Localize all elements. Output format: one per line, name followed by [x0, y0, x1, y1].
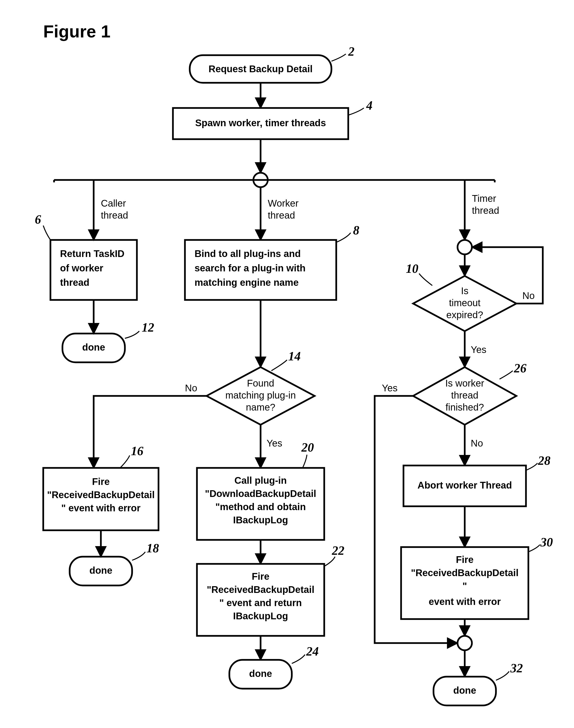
- node-16-line3: " event with error: [61, 503, 140, 513]
- node-20-line1: Call plug-in: [234, 475, 287, 486]
- node-12-text: done: [82, 342, 105, 353]
- node-32-text: done: [453, 685, 476, 696]
- node-30-line4: event with error: [429, 596, 501, 607]
- node-22-line4: IBackupLog: [233, 611, 288, 621]
- ref-4: 4: [366, 99, 372, 112]
- node-30-line1: Fire: [456, 554, 474, 565]
- ref-20: 20: [301, 441, 314, 454]
- ref-10: 10: [406, 262, 418, 275]
- node-28-text: Abort worker Thread: [417, 480, 512, 491]
- ref-26: 26: [514, 361, 527, 375]
- label-14-no: No: [185, 383, 197, 393]
- label-10-yes: Yes: [471, 344, 486, 355]
- label-timer-2: thread: [472, 205, 499, 216]
- node-10-line2: timeout: [449, 298, 480, 308]
- label-14-yes: Yes: [266, 438, 282, 449]
- node-30-line2: "ReceivedBackupDetail: [411, 567, 519, 578]
- node-4-text: Spawn worker, timer threads: [195, 118, 326, 128]
- node-14-line1: Found: [247, 378, 274, 389]
- ref-6: 6: [35, 213, 41, 226]
- node-22-line2: "ReceivedBackupDetail: [207, 584, 314, 595]
- node-26-line2: thread: [451, 390, 478, 401]
- ref-8: 8: [353, 223, 359, 237]
- ref-16: 16: [131, 444, 144, 458]
- node-2-text: Request Backup Detail: [208, 63, 313, 74]
- node-14-line3: name?: [246, 402, 275, 412]
- node-10-line3: expired?: [446, 310, 483, 320]
- ref-28: 28: [538, 454, 550, 467]
- node-26-line1: Is worker: [445, 378, 484, 389]
- node-20-line3: "method and obtain: [215, 501, 306, 512]
- label-worker-2: thread: [268, 210, 295, 221]
- label-caller-1: Caller: [101, 198, 126, 209]
- node-30-line3: ": [462, 581, 467, 591]
- node-8-line2: search for a plug-in with: [195, 263, 305, 273]
- node-20-line4: IBackupLog: [233, 515, 288, 525]
- node-10-line1: Is: [461, 285, 468, 296]
- node-24-text: done: [249, 668, 272, 679]
- label-10-no: No: [522, 290, 535, 301]
- node-20-line2: "DownloadBackupDetail: [205, 488, 316, 499]
- junction-bottom: [457, 636, 472, 650]
- node-6-line2: of worker: [60, 263, 103, 273]
- ref-24: 24: [306, 644, 319, 658]
- node-26-line3: finished?: [446, 402, 484, 412]
- ref-2: 2: [348, 45, 355, 58]
- node-16-line2: "ReceivedBackupDetail: [47, 490, 155, 500]
- node-6-line1: Return TaskID: [60, 248, 124, 259]
- junction-timer: [457, 240, 472, 254]
- ref-22: 22: [332, 544, 344, 557]
- ref-14: 14: [288, 349, 301, 363]
- ref-12: 12: [142, 321, 154, 334]
- flowchart-svg: Return TaskID of worker thread 6 done 12…: [0, 0, 574, 728]
- label-26-yes: Yes: [382, 383, 398, 393]
- ref-30: 30: [540, 535, 553, 549]
- label-caller-2: thread: [101, 210, 128, 221]
- ref-32: 32: [510, 661, 523, 675]
- node-6-line3: thread: [60, 277, 89, 288]
- ref-18: 18: [147, 541, 159, 555]
- label-timer-1: Timer: [472, 193, 496, 204]
- node-18-text: done: [89, 565, 112, 576]
- node-8-line1: Bind to all plug-ins and: [195, 248, 301, 259]
- node-22-line1: Fire: [252, 571, 269, 582]
- node-14-line2: matching plug-in: [225, 390, 296, 401]
- node-16-line1: Fire: [92, 476, 110, 487]
- node-22-line3: " event and return: [219, 597, 302, 608]
- label-26-no: No: [471, 438, 483, 449]
- label-worker-1: Worker: [268, 198, 298, 209]
- node-8-line3: matching engine name: [195, 277, 298, 288]
